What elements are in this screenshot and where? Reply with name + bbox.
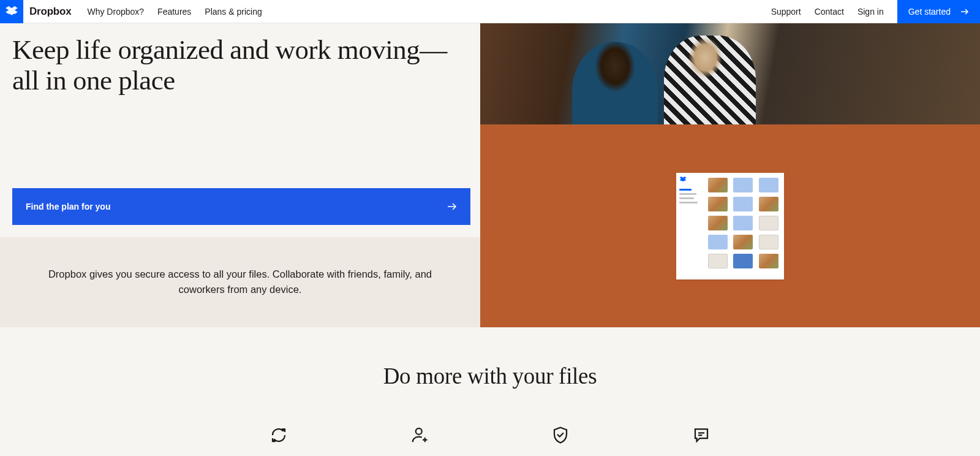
nav-support[interactable]: Support <box>771 7 801 17</box>
hero-right-column <box>480 23 980 327</box>
mockup-tile <box>733 235 753 249</box>
mockup-tile <box>733 197 753 211</box>
app-mockup <box>676 173 784 279</box>
mockup-nav-line <box>679 193 696 195</box>
mockup-tile <box>733 216 753 230</box>
mockup-tile <box>708 178 728 192</box>
mockup-tile <box>759 254 778 268</box>
mockup-tile <box>708 235 728 249</box>
chat-icon <box>692 426 710 444</box>
nav-sign-in[interactable]: Sign in <box>858 7 884 17</box>
mockup-tile <box>759 216 778 230</box>
person-add-icon <box>410 426 429 444</box>
get-started-label: Get started <box>908 7 951 17</box>
mockup-tile <box>708 197 728 211</box>
find-plan-button[interactable]: Find the plan for you <box>12 188 470 225</box>
mockup-tile <box>759 197 778 211</box>
mockup-tile <box>759 235 778 249</box>
section2-title: Do more with your files <box>0 363 980 389</box>
nav-features[interactable]: Features <box>157 7 191 17</box>
nav-contact[interactable]: Contact <box>815 7 844 17</box>
mockup-file-grid <box>703 173 784 279</box>
hero-title: Keep life organized and work moving—all … <box>12 34 468 96</box>
find-plan-label: Find the plan for you <box>26 202 110 211</box>
get-started-button[interactable]: Get started <box>897 0 980 23</box>
hero-illustration-panel <box>480 124 980 327</box>
svg-point-0 <box>416 428 422 435</box>
hero-description-panel: Dropbox gives you secure access to all y… <box>0 237 480 327</box>
mockup-nav-line <box>679 197 694 199</box>
hero-section: Keep life organized and work moving—all … <box>0 23 980 327</box>
hero-photo <box>480 23 980 124</box>
mockup-nav-line <box>679 202 698 203</box>
mockup-nav-line <box>679 189 692 191</box>
feature-icon-row <box>0 426 980 444</box>
primary-nav: Why Dropbox? Features Plans & pricing <box>87 7 262 17</box>
arrow-right-icon <box>960 8 969 15</box>
hero-top-panel: Keep life organized and work moving—all … <box>0 23 480 237</box>
arrow-right-icon <box>447 202 457 211</box>
hero-description: Dropbox gives you secure access to all y… <box>37 267 443 298</box>
mockup-tile <box>708 216 728 230</box>
nav-plans-pricing[interactable]: Plans & pricing <box>205 7 262 17</box>
mockup-tile <box>759 178 778 192</box>
mockup-tile <box>708 254 728 268</box>
mockup-tile <box>733 178 753 192</box>
shield-check-icon <box>551 426 570 444</box>
nav-why-dropbox[interactable]: Why Dropbox? <box>87 7 144 17</box>
secondary-nav: Support Contact Sign in Get started <box>771 0 980 23</box>
sync-icon <box>270 426 288 444</box>
hero-left-column: Keep life organized and work moving—all … <box>0 23 480 327</box>
mockup-tile <box>733 254 753 268</box>
features-section: Do more with your files <box>0 327 980 444</box>
brand-name[interactable]: Dropbox <box>29 6 71 18</box>
dropbox-logo-icon[interactable] <box>0 0 23 23</box>
dropbox-logo-icon <box>679 177 687 183</box>
mockup-sidebar <box>676 173 703 279</box>
main-header: Dropbox Why Dropbox? Features Plans & pr… <box>0 0 980 23</box>
